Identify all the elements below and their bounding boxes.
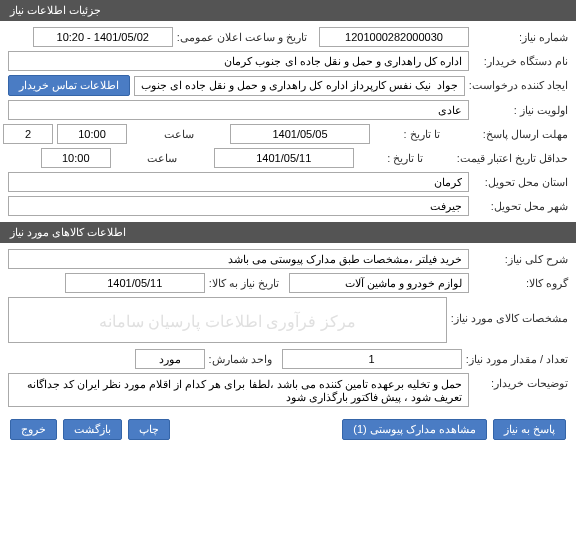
- back-button[interactable]: بازگشت: [63, 419, 122, 440]
- goods-spec-textarea[interactable]: [8, 297, 447, 343]
- price-until-time-input[interactable]: [41, 148, 111, 168]
- label-need-date-goods: تاریخ نیاز به کالا:: [209, 277, 285, 290]
- need-no-input[interactable]: [319, 27, 469, 47]
- remain-days-input[interactable]: [3, 124, 53, 144]
- label-goods-spec: مشخصات کالای مورد نیاز:: [451, 297, 568, 325]
- label-time-1: ساعت: [131, 128, 226, 141]
- city-input[interactable]: [8, 196, 469, 216]
- label-goods-group: گروه کالا:: [473, 277, 568, 290]
- respond-time-input[interactable]: [57, 124, 127, 144]
- items-info-header: اطلاعات کالاهای مورد نیاز: [0, 222, 576, 243]
- priority-input[interactable]: [8, 100, 469, 120]
- label-buyer-org: نام دستگاه خریدار:: [473, 55, 568, 68]
- need-info-title: جزئیات اطلاعات نیاز: [10, 4, 101, 17]
- label-province: استان محل تحویل:: [473, 176, 568, 189]
- respond-need-button[interactable]: پاسخ به نیاز: [493, 419, 566, 440]
- label-overall-desc: شرح کلی نیاز:: [473, 253, 568, 266]
- label-buyer-notes: توضیحات خریدار:: [473, 373, 568, 390]
- respond-date-input[interactable]: [230, 124, 370, 144]
- items-info-title: اطلاعات کالاهای مورد نیاز: [10, 226, 126, 239]
- overall-desc-input[interactable]: [8, 249, 469, 269]
- unit-input[interactable]: [135, 349, 205, 369]
- qty-input[interactable]: [282, 349, 462, 369]
- label-qty: تعداد / مقدار مورد نیاز:: [466, 353, 568, 366]
- need-date-goods-input[interactable]: [65, 273, 205, 293]
- label-unit: واحد شمارش:: [209, 353, 278, 366]
- label-announce-date: تاریخ و ساعت اعلان عمومی:: [177, 31, 315, 44]
- label-city: شهر محل تحویل:: [473, 200, 568, 213]
- label-creator: ایجاد کننده درخواست:: [469, 79, 568, 92]
- label-respond-deadline: مهلت ارسال پاسخ:: [473, 128, 568, 141]
- buyer-notes-textarea[interactable]: حمل و تخلیه برعهده تامین کننده می باشد ،…: [8, 373, 469, 407]
- price-until-date-input[interactable]: [214, 148, 354, 168]
- label-priority: اولویت نیاز :: [473, 104, 568, 117]
- creator-input[interactable]: [134, 76, 465, 96]
- contact-buyer-button[interactable]: اطلاعات تماس خریدار: [8, 75, 130, 96]
- exit-button[interactable]: خروج: [10, 419, 57, 440]
- label-until-date-1: تا تاریخ :: [374, 128, 469, 141]
- announce-date-input[interactable]: [33, 27, 173, 47]
- label-until-date-2: تا تاریخ :: [358, 152, 453, 165]
- province-input[interactable]: [8, 172, 469, 192]
- label-need-no: شماره نیاز:: [473, 31, 568, 44]
- need-info-header: جزئیات اطلاعات نیاز: [0, 0, 576, 21]
- label-time-2: ساعت: [115, 152, 210, 165]
- buyer-org-input[interactable]: [8, 51, 469, 71]
- print-button[interactable]: چاپ: [128, 419, 170, 440]
- goods-group-input[interactable]: [289, 273, 469, 293]
- label-price-validity: حداقل تاریخ اعتبار قیمت:: [457, 152, 568, 165]
- view-attachments-button[interactable]: مشاهده مدارک پیوستی (1): [342, 419, 487, 440]
